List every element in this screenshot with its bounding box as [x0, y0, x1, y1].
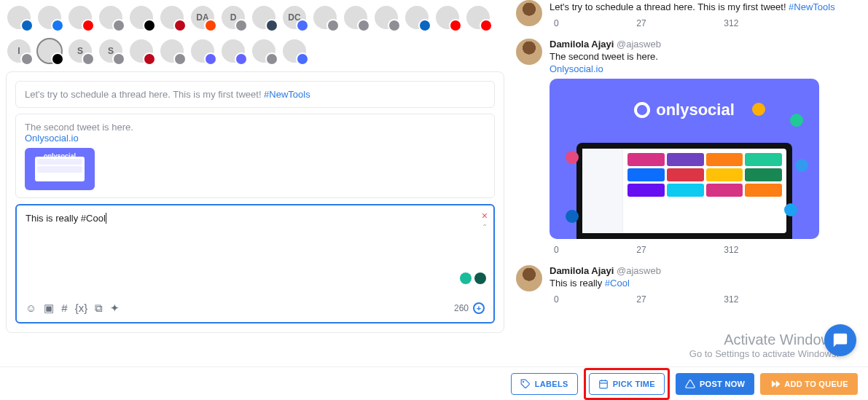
add-post-button[interactable]: + [473, 302, 485, 314]
account-avatar[interactable]: S [67, 38, 93, 64]
thread-post-1-text: Let's try to schedule a thread here. Thi… [25, 89, 264, 100]
labels-button[interactable]: LABELS [511, 373, 578, 395]
network-badge-icon [143, 19, 156, 32]
account-avatar[interactable] [36, 4, 63, 31]
network-badge-icon [418, 19, 431, 32]
network-badge-icon [204, 52, 217, 66]
account-avatar[interactable] [98, 4, 124, 31]
account-avatar[interactable] [6, 4, 32, 31]
composer-card: Let's try to schedule a thread here. Thi… [6, 71, 504, 333]
network-badge-icon [20, 52, 34, 66]
svg-point-0 [523, 381, 523, 382]
variable-icon[interactable]: {x} [75, 302, 88, 315]
avatar [516, 0, 542, 26]
network-badge-icon [235, 19, 248, 32]
like-button[interactable]: 312 [719, 245, 738, 255]
thread-post-1[interactable]: Let's try to schedule a thread here. Thi… [15, 81, 495, 108]
network-badge-icon [449, 19, 462, 32]
account-avatar[interactable] [251, 4, 277, 31]
emoji-icon[interactable]: ☺ [26, 302, 36, 315]
network-badge-icon [51, 19, 64, 32]
account-avatar[interactable]: DC [281, 4, 308, 31]
account-avatar[interactable] [251, 38, 277, 64]
reply-button[interactable]: 0 [550, 18, 559, 28]
network-badge-icon [296, 19, 309, 32]
network-badge-icon [296, 52, 309, 66]
network-badge-icon [327, 19, 340, 32]
char-count: 260 [454, 303, 469, 313]
reply-button[interactable]: 0 [550, 245, 559, 255]
network-badge-icon [51, 52, 64, 66]
image-icon[interactable]: ▣ [44, 302, 54, 315]
account-avatar[interactable] [404, 4, 430, 31]
network-badge-icon [82, 19, 95, 32]
account-avatar[interactable] [128, 38, 155, 64]
preview-tweet-3: Damilola Ajayi @ajasweb This is really #… [516, 265, 845, 305]
network-badge-icon [173, 19, 187, 32]
post-now-button[interactable]: POST NOW [676, 373, 754, 395]
account-avatar[interactable] [312, 4, 338, 31]
compose-textarea: This is really #Cool [26, 213, 485, 278]
account-avatar[interactable] [67, 4, 93, 31]
remove-post-icon[interactable]: × [482, 210, 488, 221]
account-avatar[interactable] [281, 38, 308, 64]
hashtag-icon[interactable]: # [61, 302, 67, 315]
preview-image: onlysocial [550, 79, 819, 239]
account-avatar[interactable]: S [98, 38, 124, 64]
bottom-bar: LABELS PICK TIME POST NOW ADD TO QUEUE [0, 366, 868, 400]
ai-icon[interactable]: ✦ [110, 302, 120, 315]
network-badge-icon [480, 19, 493, 32]
thread-post-2-text: The second tweet is here. [25, 122, 133, 133]
retweet-button[interactable]: 27 [632, 294, 646, 305]
account-avatar[interactable] [434, 4, 461, 31]
account-avatar[interactable]: D [220, 4, 246, 31]
thread-post-2-thumbnail[interactable]: onlysocial [25, 148, 95, 190]
network-badge-icon [265, 19, 278, 32]
ai-suggest-icon[interactable] [460, 272, 472, 284]
retweet-button[interactable]: 27 [632, 245, 646, 255]
network-badge-icon [143, 52, 156, 66]
account-avatar[interactable] [343, 4, 369, 31]
pick-time-highlight: PICK TIME [584, 368, 670, 400]
accounts-row-1: DADDC [6, 4, 504, 31]
add-to-queue-button[interactable]: ADD TO QUEUE [760, 373, 858, 395]
account-avatar[interactable] [220, 38, 246, 64]
thread-post-2[interactable]: The second tweet is here. Onlysocial.io … [15, 114, 495, 198]
network-badge-icon [388, 19, 401, 32]
network-badge-icon [204, 19, 217, 32]
network-badge-icon [112, 19, 125, 32]
account-avatar[interactable]: DA [189, 4, 216, 31]
network-badge-icon [20, 19, 34, 32]
move-up-icon[interactable]: ⌃ [482, 223, 488, 231]
account-avatar[interactable] [189, 38, 216, 64]
avatar [516, 39, 542, 65]
account-avatar[interactable]: I [6, 38, 32, 64]
account-avatar[interactable] [159, 4, 185, 31]
account-avatar[interactable] [36, 38, 63, 64]
network-badge-icon [82, 52, 95, 66]
account-avatar[interactable] [128, 4, 155, 31]
avatar [516, 265, 542, 291]
account-avatar[interactable] [159, 38, 185, 64]
thread-post-2-link[interactable]: Onlysocial.io [25, 133, 79, 144]
retweet-button[interactable]: 27 [632, 18, 646, 28]
account-avatar[interactable] [465, 4, 491, 31]
chat-fab[interactable] [824, 324, 856, 356]
account-avatar[interactable] [373, 4, 399, 31]
network-badge-icon [235, 52, 248, 66]
thread-post-1-hashtag: #NewTools [264, 89, 310, 100]
network-badge-icon [112, 52, 125, 66]
accounts-row-2: ISS [6, 38, 504, 64]
grammar-icon[interactable] [474, 272, 486, 284]
svg-rect-1 [599, 380, 607, 388]
thread-post-3-active[interactable]: × ⌃ This is really #Cool ☺ ▣ # {x} ⧉ [15, 204, 495, 323]
network-badge-icon [357, 19, 370, 32]
preview-tweet-1: Let's try to schedule a thread here. Thi… [516, 0, 845, 28]
template-icon[interactable]: ⧉ [95, 302, 103, 315]
pick-time-button[interactable]: PICK TIME [589, 373, 665, 395]
like-button[interactable]: 312 [719, 18, 738, 28]
reply-button[interactable]: 0 [550, 294, 559, 305]
like-button[interactable]: 312 [719, 294, 738, 305]
network-badge-icon [265, 52, 278, 66]
preview-panel: Let's try to schedule a thread here. Thi… [510, 0, 860, 400]
